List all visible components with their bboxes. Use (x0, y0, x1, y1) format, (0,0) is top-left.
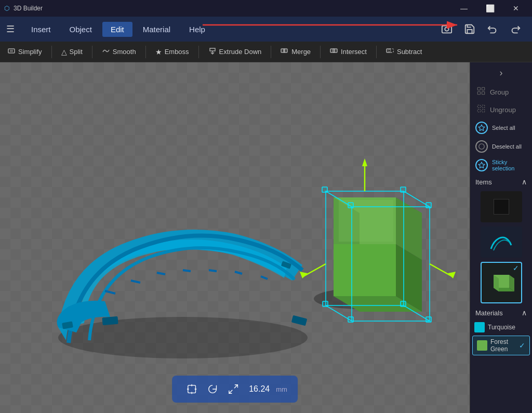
svg-rect-57 (477, 92, 480, 95)
subtract-tool[interactable]: Subtract (381, 45, 427, 59)
titlebar-controls: — ⬜ ✕ (452, 0, 528, 17)
viewport[interactable]: 16.24 mm (0, 62, 470, 413)
svg-rect-61 (477, 110, 480, 112)
smooth-icon (102, 47, 110, 57)
svg-point-15 (58, 317, 308, 358)
menu-insert[interactable]: Insert (23, 22, 59, 37)
svg-rect-62 (482, 110, 485, 112)
undo-button[interactable] (482, 19, 503, 39)
materials-section-header: Materials ∧ (470, 305, 532, 320)
subtract-label: Subtract (397, 48, 422, 56)
smooth-tool[interactable]: Smooth (97, 45, 141, 59)
separator-3 (145, 46, 146, 58)
svg-rect-44 (426, 203, 431, 208)
rotate-button[interactable] (203, 380, 222, 398)
item-thumb-black[interactable] (481, 191, 522, 222)
items-section-label: Items (475, 178, 492, 186)
svg-rect-58 (482, 92, 485, 95)
simplify-tool[interactable]: Simplify (2, 45, 47, 59)
screenshot-button[interactable] (436, 19, 457, 39)
main-area: 16.24 mm › Group (0, 62, 532, 413)
svg-rect-59 (477, 105, 480, 108)
close-button[interactable]: ✕ (504, 0, 528, 17)
svg-rect-55 (477, 87, 480, 90)
svg-line-38 (303, 264, 326, 276)
app-title: 3D Builder (14, 5, 43, 12)
svg-rect-46 (348, 203, 353, 208)
group-action[interactable]: Group (470, 83, 532, 101)
svg-line-54 (229, 390, 232, 393)
separator-5 (271, 46, 271, 58)
hamburger-menu[interactable]: ☰ (6, 23, 15, 35)
green-cube (334, 197, 422, 312)
svg-rect-12 (333, 49, 337, 52)
emboss-icon: ★ (155, 48, 162, 56)
deselect-all-icon (475, 140, 488, 153)
redo-button[interactable] (505, 19, 526, 39)
svg-rect-19 (291, 315, 308, 326)
svg-rect-10 (284, 49, 287, 52)
materials-section-label: Materials (475, 309, 503, 317)
extrude-down-tool[interactable]: Extrude Down (203, 45, 267, 59)
simplify-label: Simplify (18, 48, 42, 56)
select-all-action[interactable]: Select all (470, 118, 532, 137)
menubar: ☰ Insert Object Edit Material Help (0, 17, 532, 42)
restore-button[interactable]: ⬜ (478, 0, 502, 17)
menu-help[interactable]: Help (181, 22, 214, 37)
viewport-objects (0, 62, 470, 413)
selected-checkmark: ✓ (513, 264, 519, 272)
sticky-selection-action[interactable]: Sticky selection (470, 156, 532, 175)
select-all-label: Select all (492, 125, 515, 131)
split-tool[interactable]: △ Split (56, 46, 88, 58)
forest-green-label: Forest Green (490, 338, 516, 353)
panel-collapse-button[interactable]: › (470, 62, 532, 83)
item-thumb-green[interactable]: ✓ (481, 262, 522, 303)
deselect-all-label: Deselect all (492, 143, 522, 150)
move-button[interactable] (182, 380, 201, 398)
sticky-selection-label: Sticky selection (492, 159, 527, 171)
svg-marker-63 (478, 125, 485, 130)
svg-rect-60 (482, 105, 485, 108)
menu-object[interactable]: Object (61, 22, 100, 37)
edit-toolbar: Simplify △ Split Smooth ★ Emboss Extrude… (0, 42, 532, 62)
menu-edit[interactable]: Edit (102, 22, 132, 37)
item-thumb-blue[interactable] (481, 227, 522, 258)
items-chevron-icon[interactable]: ∧ (522, 178, 527, 186)
svg-rect-45 (426, 317, 431, 322)
deselect-all-action[interactable]: Deselect all (470, 137, 532, 156)
emboss-label: Emboss (165, 48, 189, 56)
blue-item-preview (488, 231, 514, 254)
svg-rect-40 (322, 187, 327, 192)
intersect-label: Intersect (341, 48, 367, 56)
svg-marker-27 (339, 200, 393, 242)
separator-7 (376, 46, 377, 58)
app-logo: ⬡ (4, 5, 9, 12)
ungroup-action[interactable]: Ungroup (470, 101, 532, 118)
item-black-container (470, 189, 532, 224)
materials-chevron-icon[interactable]: ∧ (522, 309, 527, 317)
minimize-button[interactable]: — (452, 0, 476, 17)
object-size: 16.24 (249, 384, 270, 394)
titlebar: ⬡ 3D Builder — ⬜ ✕ (0, 0, 532, 17)
emboss-tool[interactable]: ★ Emboss (150, 46, 194, 58)
turquoise-color-swatch (474, 322, 485, 332)
material-turquoise[interactable]: Turquoise (470, 320, 532, 335)
separator-2 (92, 46, 92, 58)
ungroup-label: Ungroup (490, 106, 516, 114)
smooth-label: Smooth (113, 48, 136, 56)
separator-4 (198, 46, 199, 58)
material-forest-green[interactable]: Forest Green ✓ (472, 336, 530, 355)
scale-button[interactable] (224, 380, 243, 398)
merge-tool[interactable]: Merge (275, 45, 316, 59)
save-button[interactable] (459, 19, 480, 39)
svg-rect-48 (188, 385, 196, 393)
svg-rect-43 (401, 301, 406, 307)
menu-material[interactable]: Material (135, 22, 179, 37)
turquoise-label: Turquoise (488, 324, 515, 331)
split-label: Split (70, 48, 83, 56)
svg-rect-42 (323, 301, 328, 307)
svg-point-64 (479, 144, 485, 150)
material-checkmark: ✓ (519, 341, 525, 350)
svg-point-3 (445, 27, 448, 31)
intersect-tool[interactable]: Intersect (325, 45, 372, 59)
